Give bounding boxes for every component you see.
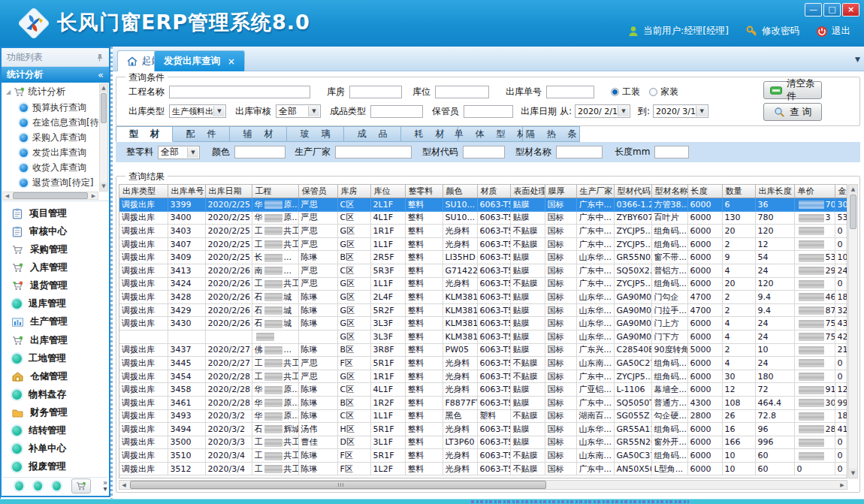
scroll-up-icon[interactable]: ▲ bbox=[100, 84, 107, 92]
chevron-down-icon[interactable]: ▼ bbox=[187, 147, 198, 158]
tree-root[interactable]: ◢ 统计分析 bbox=[3, 84, 98, 100]
column-header-出库长度[interactable]: 出库长度 bbox=[755, 185, 794, 198]
table-row[interactable]: 调拨出库35002020/3/3工共工程曹佳D区3L1F整料LT3P606063… bbox=[119, 436, 847, 449]
table-row[interactable]: G区3L3F整料KLM38176063-T5贴膜国标山东华...GA90M09.… bbox=[119, 330, 847, 343]
table-row[interactable]: 调拨出库34932020/3/2华原...陈琳C区1L1F整料黑色塑料不贴膜国标… bbox=[119, 409, 847, 423]
overflow-chevrons[interactable]: »▾ bbox=[103, 480, 107, 492]
sidebar-item-出库管理[interactable]: 出库管理 bbox=[3, 333, 107, 348]
sidebar-item-入库管理[interactable]: 入库管理 bbox=[3, 261, 107, 276]
logout-link[interactable]: 退出 bbox=[816, 25, 850, 38]
table-row[interactable]: 调拨出库34242020/2/26工共工程严思G区1L1F整料光身料6063-T… bbox=[119, 277, 847, 291]
chevron-down-icon[interactable]: ▼ bbox=[618, 106, 629, 116]
change-password-link[interactable]: 修改密码 bbox=[745, 25, 799, 38]
column-header-型材代码[interactable]: 型材代码 bbox=[614, 185, 651, 198]
collapse-chevron-icon[interactable]: « bbox=[98, 69, 104, 80]
scroll-thumb[interactable] bbox=[130, 481, 546, 489]
keeper-input[interactable] bbox=[464, 105, 513, 118]
column-header-单价[interactable]: 单价 bbox=[794, 185, 835, 198]
maximize-button[interactable]: □ bbox=[823, 3, 841, 17]
material-tab-配件[interactable]: 配 件 bbox=[173, 126, 230, 142]
grid-vertical-scrollbar[interactable]: ▲ ▼ bbox=[848, 184, 858, 478]
tree-horizontal-scrollbar[interactable]: ◀ ▶ bbox=[2, 192, 98, 200]
material-tab-辅材[interactable]: 辅 材 bbox=[230, 126, 287, 142]
material-tab-隔热条[interactable]: 隔 热 条 bbox=[523, 126, 580, 142]
clear-conditions-button[interactable]: 清空条件 bbox=[763, 81, 822, 99]
column-header-出库单号[interactable]: 出库单号 bbox=[168, 185, 205, 198]
tree-vertical-scrollbar[interactable]: ▲ ▼ bbox=[99, 83, 108, 192]
table-row[interactable]: 调拨出库35122020/3/4工共工程陈琳F区1L2F整料光身料6063-T5… bbox=[119, 462, 847, 475]
sidebar-item-物料盘存[interactable]: 物料盘存 bbox=[3, 387, 107, 402]
radio-off-icon[interactable] bbox=[649, 88, 657, 96]
sidebar-item-退货管理[interactable]: 退货管理 bbox=[3, 279, 107, 294]
module-dot-icon[interactable] bbox=[53, 481, 61, 490]
scroll-left-icon[interactable]: ◀ bbox=[3, 193, 11, 199]
sidebar-item-审核中心[interactable]: 审核中心 bbox=[3, 224, 107, 239]
table-row[interactable]: 调拨出库34092020/2/25长...陈琳B区2R5F整料LI35HD606… bbox=[119, 251, 847, 264]
order-no-input[interactable] bbox=[546, 86, 594, 98]
tab-close-icon[interactable]: × bbox=[228, 56, 235, 67]
color-input[interactable] bbox=[234, 146, 285, 158]
table-row[interactable]: 调拨出库34292020/2/26石城陈琳G区5R2F整料KLM38176063… bbox=[119, 303, 847, 317]
tree-item-退货查询[待定][interactable]: 退货查询[待定] bbox=[3, 175, 98, 190]
sidebar-item-项目管理[interactable]: 项目管理 bbox=[3, 206, 107, 221]
tabbar-overflow-icon[interactable]: ▼ bbox=[855, 56, 860, 63]
sidebar-item-补单中心[interactable]: 补单中心 bbox=[3, 442, 107, 457]
table-row[interactable]: 调拨出库34942020/3/2石辉城汤伟H区5R1F整料光身料6063-T5贴… bbox=[119, 423, 847, 436]
scroll-up-icon[interactable]: ▲ bbox=[849, 185, 857, 194]
table-row[interactable]: 调拨出库34612020/2/28华原...陈琳B区1R2F整料F8877FT6… bbox=[119, 396, 847, 409]
sidebar-item-工地管理[interactable]: 工地管理 bbox=[3, 351, 107, 366]
table-row[interactable]: 调拨出库34072020/2/25工共工程严思G区1L1F整料光身料6063-T… bbox=[119, 237, 847, 251]
column-header-表面处理[interactable]: 表面处理 bbox=[510, 185, 545, 198]
scroll-down-icon[interactable]: ▼ bbox=[849, 469, 857, 478]
column-header-金[interactable]: 金 bbox=[835, 185, 847, 198]
material-tab-成品[interactable]: 成 品 bbox=[344, 126, 401, 142]
pin-icon[interactable] bbox=[95, 53, 104, 62]
minimize-button[interactable]: — bbox=[805, 3, 822, 17]
scroll-left-icon[interactable]: ◀ bbox=[119, 482, 128, 488]
close-button[interactable]: × bbox=[842, 3, 859, 17]
product-type-input[interactable] bbox=[370, 105, 423, 118]
chevron-down-icon[interactable]: ▼ bbox=[696, 106, 707, 116]
scroll-thumb[interactable] bbox=[13, 192, 88, 199]
module-dot-icon[interactable] bbox=[34, 481, 42, 490]
profile-code-input[interactable] bbox=[463, 146, 505, 158]
sidebar-item-生产管理[interactable]: 生产管理 bbox=[3, 315, 107, 330]
scroll-right-icon[interactable]: ▶ bbox=[89, 193, 98, 199]
column-header-整零料[interactable]: 整零料 bbox=[405, 185, 443, 198]
radio-jiazhuang[interactable]: 家装 bbox=[649, 86, 678, 98]
tree-item-收货入库查询[interactable]: 收货入库查询 bbox=[3, 160, 98, 175]
date-from-picker[interactable]: 2020/ 2/16▼ bbox=[575, 104, 630, 118]
table-row[interactable]: 调拨出库34032020/2/25工共工程严思G区1R1F整料光身料6063-T… bbox=[119, 225, 847, 238]
column-header-库房[interactable]: 库房 bbox=[337, 185, 370, 198]
column-header-生产厂家[interactable]: 生产厂家 bbox=[576, 185, 614, 198]
material-tab-耗材[interactable]: 耗 材 bbox=[401, 126, 458, 142]
scroll-right-icon[interactable]: ▶ bbox=[838, 482, 847, 488]
table-row[interactable]: 调拨出库34282020/2/26石城陈琳G区2L4F整料KLM38176063… bbox=[119, 291, 847, 304]
tree-expander-icon[interactable]: ◢ bbox=[6, 89, 11, 95]
column-header-材质[interactable]: 材质 bbox=[477, 185, 510, 198]
sidebar-item-采购管理[interactable]: 采购管理 bbox=[3, 242, 107, 257]
column-header-出库日期[interactable]: 出库日期 bbox=[205, 185, 252, 198]
warehouse-input[interactable] bbox=[349, 86, 402, 98]
length-input[interactable] bbox=[654, 146, 689, 158]
table-row[interactable]: 调拨出库34542020/2/28工共工程严思G区1R1F整料光身料6063-T… bbox=[119, 370, 847, 383]
stat-group-header[interactable]: 统计分析 « bbox=[2, 67, 109, 83]
audit-select[interactable]: 全部▼ bbox=[276, 104, 321, 118]
profile-name-input[interactable] bbox=[556, 146, 603, 158]
material-tab-型材[interactable]: 型 材 bbox=[116, 126, 173, 142]
column-header-长度[interactable]: 长度 bbox=[687, 185, 722, 198]
column-header-颜色[interactable]: 颜色 bbox=[443, 185, 477, 198]
sidebar-item-财务管理[interactable]: 财务管理 bbox=[3, 406, 107, 421]
scroll-down-icon[interactable]: ▼ bbox=[100, 183, 107, 191]
sidebar-item-仓储管理[interactable]: 仓储管理 bbox=[3, 369, 107, 384]
column-header-保管员[interactable]: 保管员 bbox=[298, 185, 337, 198]
table-row[interactable]: 调拨出库33992020/2/25华原...严思C区2L1F整料SU10...6… bbox=[119, 198, 847, 212]
manufacturer-input[interactable] bbox=[335, 146, 412, 158]
scroll-thumb[interactable] bbox=[850, 195, 856, 229]
outbound-type-select[interactable]: 生产领料出库▼ bbox=[169, 104, 226, 118]
module-cart-button[interactable] bbox=[71, 478, 91, 493]
tree-item-在途信息查询[待[interactable]: 在途信息查询[待 bbox=[3, 115, 98, 130]
table-row[interactable]: 调拨出库34452020/2/27工共工程严思F区5R1F整料光身料6063-T… bbox=[119, 357, 847, 370]
date-to-picker[interactable]: 2020/ 3/16▼ bbox=[653, 104, 708, 118]
column-header-库位[interactable]: 库位 bbox=[370, 185, 405, 198]
